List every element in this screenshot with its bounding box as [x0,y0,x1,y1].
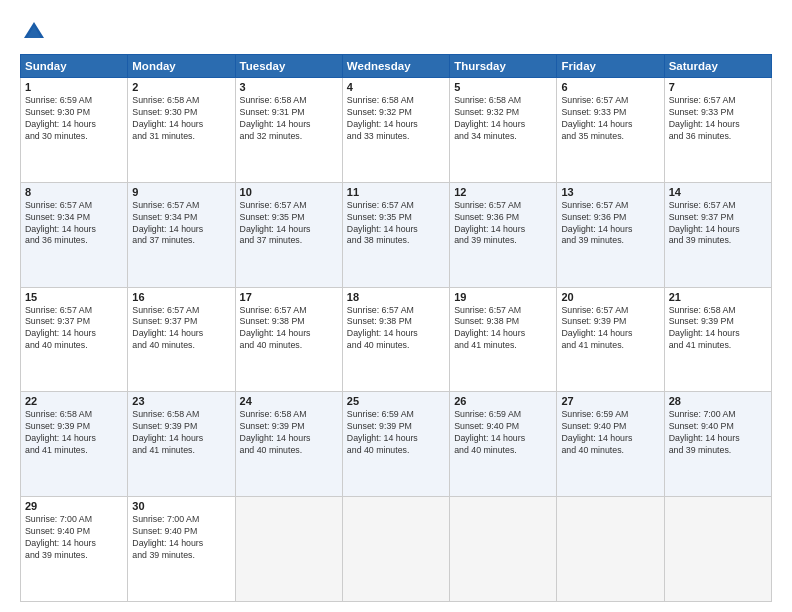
calendar-cell: 13Sunrise: 6:57 AMSunset: 9:36 PMDayligh… [557,182,664,287]
calendar-cell: 3Sunrise: 6:58 AMSunset: 9:31 PMDaylight… [235,78,342,183]
cell-info: Sunrise: 6:57 AMSunset: 9:36 PMDaylight:… [561,200,659,248]
calendar-cell: 19Sunrise: 6:57 AMSunset: 9:38 PMDayligh… [450,287,557,392]
day-number: 24 [240,395,338,407]
calendar-cell: 14Sunrise: 6:57 AMSunset: 9:37 PMDayligh… [664,182,771,287]
day-number: 29 [25,500,123,512]
cell-info: Sunrise: 6:59 AMSunset: 9:40 PMDaylight:… [561,409,659,457]
cell-info: Sunrise: 6:59 AMSunset: 9:40 PMDaylight:… [454,409,552,457]
cell-info: Sunrise: 6:57 AMSunset: 9:36 PMDaylight:… [454,200,552,248]
calendar-cell: 16Sunrise: 6:57 AMSunset: 9:37 PMDayligh… [128,287,235,392]
calendar-cell: 17Sunrise: 6:57 AMSunset: 9:38 PMDayligh… [235,287,342,392]
calendar-cell: 28Sunrise: 7:00 AMSunset: 9:40 PMDayligh… [664,392,771,497]
calendar-cell: 6Sunrise: 6:57 AMSunset: 9:33 PMDaylight… [557,78,664,183]
calendar-cell: 29Sunrise: 7:00 AMSunset: 9:40 PMDayligh… [21,497,128,602]
calendar-cell: 10Sunrise: 6:57 AMSunset: 9:35 PMDayligh… [235,182,342,287]
header-day: Thursday [450,55,557,78]
day-number: 23 [132,395,230,407]
calendar-cell: 30Sunrise: 7:00 AMSunset: 9:40 PMDayligh… [128,497,235,602]
cell-info: Sunrise: 7:00 AMSunset: 9:40 PMDaylight:… [669,409,767,457]
calendar-cell: 4Sunrise: 6:58 AMSunset: 9:32 PMDaylight… [342,78,449,183]
day-number: 26 [454,395,552,407]
page: SundayMondayTuesdayWednesdayThursdayFrid… [0,0,792,612]
day-number: 17 [240,291,338,303]
calendar-cell: 5Sunrise: 6:58 AMSunset: 9:32 PMDaylight… [450,78,557,183]
calendar-cell: 20Sunrise: 6:57 AMSunset: 9:39 PMDayligh… [557,287,664,392]
cell-info: Sunrise: 6:59 AMSunset: 9:39 PMDaylight:… [347,409,445,457]
cell-info: Sunrise: 6:58 AMSunset: 9:39 PMDaylight:… [240,409,338,457]
day-number: 28 [669,395,767,407]
cell-info: Sunrise: 7:00 AMSunset: 9:40 PMDaylight:… [132,514,230,562]
calendar-cell: 22Sunrise: 6:58 AMSunset: 9:39 PMDayligh… [21,392,128,497]
calendar-row: 1Sunrise: 6:59 AMSunset: 9:30 PMDaylight… [21,78,772,183]
calendar-cell: 9Sunrise: 6:57 AMSunset: 9:34 PMDaylight… [128,182,235,287]
day-number: 6 [561,81,659,93]
header-day: Wednesday [342,55,449,78]
header-day: Saturday [664,55,771,78]
day-number: 19 [454,291,552,303]
day-number: 30 [132,500,230,512]
cell-info: Sunrise: 6:57 AMSunset: 9:38 PMDaylight:… [240,305,338,353]
day-number: 3 [240,81,338,93]
calendar-cell: 23Sunrise: 6:58 AMSunset: 9:39 PMDayligh… [128,392,235,497]
cell-info: Sunrise: 6:58 AMSunset: 9:39 PMDaylight:… [25,409,123,457]
calendar-cell [664,497,771,602]
header-day: Monday [128,55,235,78]
day-number: 16 [132,291,230,303]
cell-info: Sunrise: 6:59 AMSunset: 9:30 PMDaylight:… [25,95,123,143]
cell-info: Sunrise: 6:57 AMSunset: 9:34 PMDaylight:… [132,200,230,248]
calendar-cell [342,497,449,602]
cell-info: Sunrise: 6:57 AMSunset: 9:37 PMDaylight:… [669,200,767,248]
day-number: 14 [669,186,767,198]
cell-info: Sunrise: 6:58 AMSunset: 9:32 PMDaylight:… [347,95,445,143]
day-number: 13 [561,186,659,198]
logo-icon [20,18,48,46]
day-number: 8 [25,186,123,198]
day-number: 4 [347,81,445,93]
day-number: 22 [25,395,123,407]
day-number: 25 [347,395,445,407]
calendar-cell: 21Sunrise: 6:58 AMSunset: 9:39 PMDayligh… [664,287,771,392]
header-row: SundayMondayTuesdayWednesdayThursdayFrid… [21,55,772,78]
day-number: 11 [347,186,445,198]
calendar-cell: 26Sunrise: 6:59 AMSunset: 9:40 PMDayligh… [450,392,557,497]
header-day: Sunday [21,55,128,78]
day-number: 2 [132,81,230,93]
cell-info: Sunrise: 6:58 AMSunset: 9:39 PMDaylight:… [132,409,230,457]
cell-info: Sunrise: 6:57 AMSunset: 9:35 PMDaylight:… [347,200,445,248]
calendar-cell: 18Sunrise: 6:57 AMSunset: 9:38 PMDayligh… [342,287,449,392]
calendar-cell: 12Sunrise: 6:57 AMSunset: 9:36 PMDayligh… [450,182,557,287]
cell-info: Sunrise: 6:57 AMSunset: 9:34 PMDaylight:… [25,200,123,248]
cell-info: Sunrise: 6:58 AMSunset: 9:39 PMDaylight:… [669,305,767,353]
calendar-cell: 27Sunrise: 6:59 AMSunset: 9:40 PMDayligh… [557,392,664,497]
calendar-cell: 24Sunrise: 6:58 AMSunset: 9:39 PMDayligh… [235,392,342,497]
calendar-row: 29Sunrise: 7:00 AMSunset: 9:40 PMDayligh… [21,497,772,602]
calendar-cell [235,497,342,602]
cell-info: Sunrise: 7:00 AMSunset: 9:40 PMDaylight:… [25,514,123,562]
cell-info: Sunrise: 6:58 AMSunset: 9:30 PMDaylight:… [132,95,230,143]
day-number: 7 [669,81,767,93]
day-number: 27 [561,395,659,407]
calendar-table: SundayMondayTuesdayWednesdayThursdayFrid… [20,54,772,602]
cell-info: Sunrise: 6:58 AMSunset: 9:32 PMDaylight:… [454,95,552,143]
header-day: Friday [557,55,664,78]
calendar-cell [557,497,664,602]
day-number: 10 [240,186,338,198]
cell-info: Sunrise: 6:57 AMSunset: 9:33 PMDaylight:… [561,95,659,143]
day-number: 21 [669,291,767,303]
calendar-cell: 8Sunrise: 6:57 AMSunset: 9:34 PMDaylight… [21,182,128,287]
calendar-cell: 7Sunrise: 6:57 AMSunset: 9:33 PMDaylight… [664,78,771,183]
calendar-row: 15Sunrise: 6:57 AMSunset: 9:37 PMDayligh… [21,287,772,392]
cell-info: Sunrise: 6:57 AMSunset: 9:38 PMDaylight:… [454,305,552,353]
day-number: 18 [347,291,445,303]
cell-info: Sunrise: 6:57 AMSunset: 9:33 PMDaylight:… [669,95,767,143]
day-number: 20 [561,291,659,303]
cell-info: Sunrise: 6:57 AMSunset: 9:35 PMDaylight:… [240,200,338,248]
cell-info: Sunrise: 6:58 AMSunset: 9:31 PMDaylight:… [240,95,338,143]
day-number: 9 [132,186,230,198]
cell-info: Sunrise: 6:57 AMSunset: 9:38 PMDaylight:… [347,305,445,353]
calendar-cell [450,497,557,602]
calendar-row: 22Sunrise: 6:58 AMSunset: 9:39 PMDayligh… [21,392,772,497]
calendar-cell: 11Sunrise: 6:57 AMSunset: 9:35 PMDayligh… [342,182,449,287]
day-number: 5 [454,81,552,93]
day-number: 12 [454,186,552,198]
